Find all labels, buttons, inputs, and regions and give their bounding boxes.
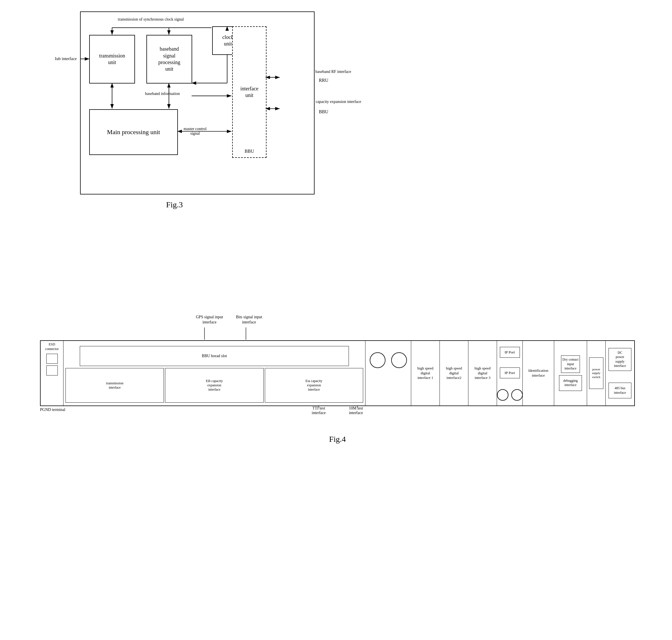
capacity-expansion-label: capacity expansion interface — [316, 99, 361, 104]
tti-test-label: TTI test interface — [312, 406, 326, 415]
fig3-title: Fig.3 — [57, 200, 292, 209]
baseband-info-label: baseband information — [145, 91, 180, 96]
dc-power-section: DC power supply interface 485 bus interf… — [606, 341, 634, 406]
hs-digital-3-cell: high speed digital interface 3 — [468, 341, 497, 406]
main-processing-unit-label: Main processing unit — [107, 128, 160, 136]
master-control-label: master control signal — [184, 122, 206, 136]
power-supply-switch-cell: power supply switch — [587, 341, 606, 406]
bbu-slot-box: BBU borad slot — [80, 346, 349, 366]
transmission-unit-label: transmission unit — [99, 53, 125, 66]
bits-circle-port — [391, 352, 407, 368]
esd-box-1 — [46, 354, 58, 364]
eib-capacity-cell: Eib capacity expansion interface — [165, 368, 263, 403]
pgnd-terminal-label: PGND terminal — [40, 408, 65, 412]
bbu-slot-label: BBU borad slot — [202, 353, 227, 359]
eia-capacity-cell: Eia capacity expansion interface — [265, 368, 363, 403]
tenm-test-circle — [511, 389, 523, 401]
bbu-slot-section: BBU borad slot transmission interface Ei… — [63, 341, 365, 406]
transmission-unit-box: transmission unit — [89, 35, 135, 84]
fig4-main-panel: ESD connector BBU borad slot transmissio… — [40, 340, 635, 406]
gps-signal-label: GPS signal input interface — [196, 315, 223, 325]
dry-contact-box: Dry contact input interface — [561, 355, 580, 373]
tenm-test-label: 10M test interface — [349, 406, 363, 415]
hs-digital-2-cell: high speed digital interface2 — [440, 341, 468, 406]
bbu-bottom-label: BBU — [245, 148, 254, 155]
esd-label: ESD connector — [45, 342, 59, 351]
tti-test-circle — [497, 389, 508, 401]
main-processing-unit-box: Main processing unit — [89, 109, 178, 155]
gps-bits-section — [365, 341, 411, 406]
interface-unit-label: interface unit — [233, 86, 266, 99]
clock-unit-label: clock unit — [222, 34, 234, 47]
debugging-iface-box: debugging interface — [559, 375, 582, 391]
iub-interface-label: Iub interface — [55, 56, 77, 61]
power-switch-box: power supply switch — [589, 358, 603, 389]
rru-label: RRU — [319, 78, 328, 83]
fig3-diagram: transmission unit baseband signal proces… — [34, 12, 292, 209]
baseband-unit-box: baseband signal processing unit — [146, 35, 192, 84]
hs-digital-1-cell: high speed digital interface 1 — [411, 341, 440, 406]
identification-iface-cell: Identification interface — [523, 341, 554, 406]
bits-signal-label: Bits signal input interface — [236, 315, 262, 325]
fig4-title: Fig.4 — [23, 435, 652, 444]
ip-port-box-1: IP Port — [500, 347, 520, 358]
ip-port-box-2: IP Port — [500, 367, 520, 378]
baseband-rf-label: baseband RF interface — [316, 69, 351, 74]
bbu-right-label: BBU — [319, 109, 328, 114]
bus-485-box: 485 bus interface — [609, 383, 631, 398]
dc-power-box: DC power supply interface — [609, 348, 631, 371]
esd-section: ESD connector — [41, 341, 63, 406]
transmission-iface-cell: transmission interface — [65, 368, 164, 403]
interface-unit-box: interface unit BBU — [232, 26, 266, 158]
sync-clock-label: transmission of synchronous clock signal — [118, 17, 184, 22]
dry-contact-cell: Dry contact input interface debugging in… — [554, 341, 587, 406]
bbu-outer-box: transmission unit baseband signal proces… — [80, 12, 315, 194]
ip-port-section: IP Port IP Port — [497, 341, 523, 406]
gps-circle-port — [370, 352, 385, 368]
esd-box-2 — [46, 365, 58, 376]
fig4-bottom-labels: PGND terminal TTI test interface 10M tes… — [40, 406, 652, 429]
fig4-diagram: GPS signal input interface Bits signal i… — [23, 315, 652, 444]
baseband-unit-label: baseband signal processing unit — [158, 46, 180, 73]
